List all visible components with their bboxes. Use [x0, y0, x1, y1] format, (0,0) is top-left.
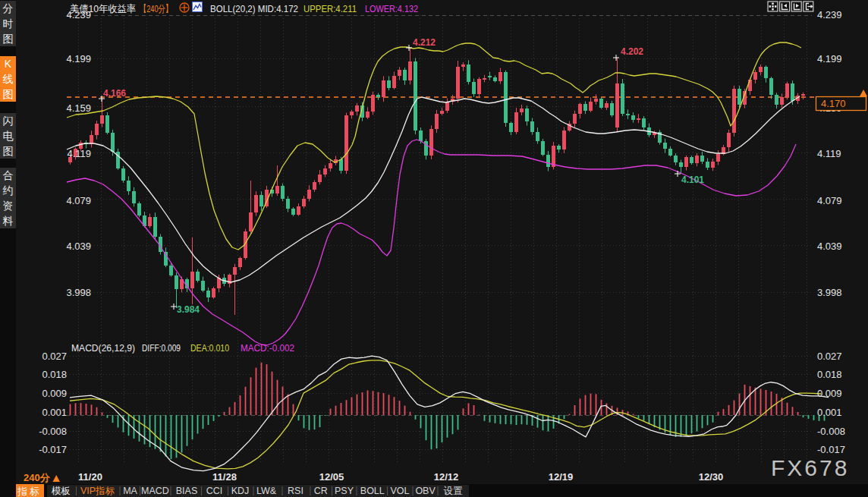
- svg-text:UPPER:4.211: UPPER:4.211: [303, 3, 357, 14]
- svg-text:12/30: 12/30: [699, 471, 724, 483]
- svg-text:模板: 模板: [51, 486, 71, 496]
- svg-text:4.039: 4.039: [66, 241, 91, 252]
- svg-text:LW&: LW&: [256, 486, 277, 496]
- svg-text:料: 料: [3, 215, 14, 227]
- svg-text:时: 时: [3, 17, 14, 30]
- svg-text:MACD(26,12,9): MACD(26,12,9): [71, 342, 135, 354]
- svg-text:0.001: 0.001: [817, 407, 842, 418]
- svg-text:4.101: 4.101: [681, 175, 704, 185]
- svg-text:0.001: 0.001: [42, 407, 67, 418]
- svg-text:约: 约: [3, 184, 14, 197]
- svg-text:电: 电: [3, 130, 14, 142]
- svg-text:0.009: 0.009: [42, 388, 67, 399]
- svg-text:240分: 240分: [24, 472, 51, 483]
- svg-text:4.212: 4.212: [413, 37, 436, 48]
- svg-text:12/12: 12/12: [434, 471, 459, 483]
- svg-text:CCI: CCI: [206, 486, 223, 496]
- svg-text:VIP指标: VIP指标: [80, 486, 115, 496]
- svg-text:线: 线: [3, 73, 14, 85]
- svg-text:3.998: 3.998: [817, 287, 842, 298]
- svg-text:指标: 指标: [17, 486, 42, 497]
- svg-text:-0.017: -0.017: [817, 444, 845, 455]
- svg-text:0.018: 0.018: [42, 369, 67, 380]
- svg-text:4.039: 4.039: [817, 241, 842, 252]
- svg-text:11/20: 11/20: [78, 471, 102, 483]
- svg-text:-0.008: -0.008: [39, 426, 67, 437]
- svg-text:3.984: 3.984: [177, 304, 200, 315]
- svg-text:MACD: MACD: [141, 486, 169, 496]
- svg-text:OBV: OBV: [415, 486, 436, 496]
- svg-text:4.166: 4.166: [103, 88, 126, 99]
- svg-text:KDJ: KDJ: [231, 486, 250, 496]
- svg-text:K: K: [5, 58, 12, 70]
- svg-text:图: 图: [3, 88, 14, 100]
- svg-text:BOLL(20,2) MID:4.172: BOLL(20,2) MID:4.172: [210, 3, 298, 14]
- svg-text:DIFF:0.009: DIFF:0.009: [142, 342, 181, 354]
- svg-text:4.119: 4.119: [67, 148, 91, 159]
- svg-text:11/28: 11/28: [212, 471, 237, 483]
- svg-text:BIAS: BIAS: [176, 486, 198, 496]
- svg-text:合: 合: [3, 169, 14, 181]
- svg-text:-0.017: -0.017: [39, 444, 67, 455]
- svg-text:4.199: 4.199: [817, 53, 842, 64]
- svg-text:12/05: 12/05: [319, 471, 344, 483]
- svg-text:4.119: 4.119: [817, 148, 841, 159]
- svg-text:资: 资: [3, 200, 14, 212]
- svg-text:0.009: 0.009: [817, 388, 842, 399]
- svg-text:MA: MA: [123, 486, 137, 496]
- svg-text:美债10年收益率: 美债10年收益率: [70, 3, 136, 14]
- svg-text:4.159: 4.159: [66, 102, 91, 114]
- svg-text:分: 分: [3, 2, 14, 14]
- svg-text:RSI: RSI: [288, 486, 303, 496]
- svg-text:12/19: 12/19: [549, 471, 574, 483]
- svg-text:闪: 闪: [3, 115, 14, 127]
- svg-text:设置: 设置: [444, 486, 464, 496]
- svg-text:图: 图: [3, 33, 14, 45]
- svg-text:4.202: 4.202: [621, 46, 643, 57]
- svg-text:-0.008: -0.008: [817, 426, 845, 437]
- svg-text:VOL: VOL: [390, 486, 409, 496]
- svg-text:【240分】: 【240分】: [140, 3, 172, 14]
- svg-text:4.239: 4.239: [817, 9, 842, 20]
- svg-text:0.018: 0.018: [817, 369, 842, 380]
- svg-text:LOWER:4.132: LOWER:4.132: [365, 3, 418, 14]
- svg-text:0.027: 0.027: [42, 351, 67, 362]
- svg-text:FX678: FX678: [771, 455, 849, 480]
- svg-text:4.079: 4.079: [66, 195, 91, 206]
- svg-text:BOLL: BOLL: [360, 486, 385, 496]
- svg-text:3.998: 3.998: [66, 287, 91, 298]
- svg-text:MACD:-0.002: MACD:-0.002: [241, 342, 294, 354]
- svg-text:PSY: PSY: [335, 486, 354, 496]
- svg-text:CR: CR: [314, 486, 328, 496]
- svg-text:4.079: 4.079: [817, 195, 842, 206]
- svg-text:DEA:0.010: DEA:0.010: [190, 342, 229, 354]
- svg-text:4.170: 4.170: [821, 98, 846, 109]
- svg-text:图: 图: [3, 145, 14, 157]
- svg-text:0.027: 0.027: [817, 351, 842, 362]
- svg-text:4.199: 4.199: [66, 53, 91, 64]
